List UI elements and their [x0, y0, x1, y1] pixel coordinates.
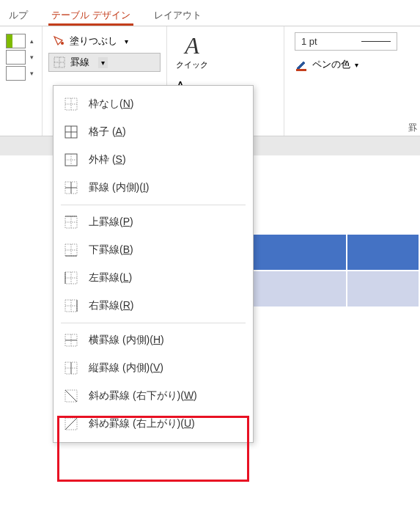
menu-item-label: 斜め罫線 (右上がり)(U) — [89, 417, 195, 430]
table-preview — [254, 235, 420, 306]
no-border-icon — [64, 97, 78, 111]
border-icon — [53, 56, 66, 69]
menu-item-label: 左罫線(L) — [89, 271, 132, 284]
pen-icon — [295, 58, 308, 71]
menu-item-no-border[interactable]: 枠なし(N) — [54, 90, 253, 118]
menu-item-inner-border[interactable]: 罫線 (内側)(I) — [54, 174, 253, 202]
ribbon-tabs: ルプ テーブル デザイン レイアウト — [0, 0, 420, 26]
styles-up-icon[interactable]: ▴ — [27, 36, 36, 46]
right-border-icon — [64, 298, 78, 313]
inner-border-icon — [64, 180, 78, 195]
menu-item-outer-border[interactable]: 外枠 (S) — [54, 146, 253, 174]
menu-item-top-border[interactable]: 上罫線(P) — [54, 208, 253, 236]
menu-separator — [61, 323, 246, 323]
top-border-icon — [64, 215, 78, 230]
border-label: 罫線 — [70, 56, 89, 69]
chevron-down-icon: ▾ — [355, 61, 358, 69]
fill-icon — [52, 34, 65, 48]
group-label-border: 罫 — [408, 122, 417, 134]
chevron-down-icon: ▾ — [125, 37, 128, 45]
svg-rect-5 — [65, 98, 77, 110]
svg-rect-25 — [65, 272, 77, 284]
menu-item-all-border[interactable]: 格子 (A) — [54, 118, 253, 146]
menu-separator — [61, 205, 246, 205]
menu-item-label: 下罫線(B) — [89, 243, 133, 257]
menu-item-label: 横罫線 (内側)(H) — [89, 334, 164, 347]
svg-rect-29 — [65, 300, 77, 312]
table-style-thumb[interactable] — [6, 50, 26, 65]
wordart-styles-icon[interactable]: A — [185, 32, 199, 59]
styles-down-icon[interactable]: ▾ — [27, 52, 36, 62]
menu-item-label: 縦罫線 (内側)(V) — [89, 361, 163, 375]
border-button[interactable]: 罫線 ▾ — [48, 53, 161, 72]
diag-down-icon — [64, 389, 78, 403]
svg-point-0 — [61, 42, 64, 45]
pen-color-button[interactable]: ペンの色 ▾ — [295, 58, 410, 71]
menu-item-label: 罫線 (内側)(I) — [89, 181, 149, 194]
table-styles-group: ▴ ▾ ▾ — [0, 26, 43, 136]
border-dropdown-menu: 枠なし(N)格子 (A)外枠 (S)罫線 (内側)(I)上罫線(P)下罫線(B)… — [53, 85, 254, 443]
tab-table-design[interactable]: テーブル デザイン — [48, 6, 133, 26]
pen-color-label: ペンの色 — [312, 58, 350, 71]
pen-weight-value: 1 pt — [301, 36, 317, 47]
svg-rect-17 — [65, 216, 77, 228]
inner-h-icon — [64, 333, 78, 348]
svg-line-42 — [65, 418, 77, 430]
tab-help[interactable]: ルプ — [6, 6, 31, 26]
menu-item-right-border[interactable]: 右罫線(R) — [54, 292, 253, 320]
draw-borders-group: 1 pt ペンの色 ▾ 罫 — [284, 26, 420, 136]
svg-rect-21 — [65, 244, 77, 256]
menu-item-label: 外枠 (S) — [89, 153, 126, 166]
menu-item-bottom-border[interactable]: 下罫線(B) — [54, 236, 253, 264]
menu-item-left-border[interactable]: 左罫線(L) — [54, 264, 253, 292]
chevron-down-icon[interactable]: ▾ — [98, 57, 108, 68]
svg-rect-11 — [65, 154, 77, 166]
styles-more-icon[interactable]: ▾ — [27, 68, 36, 78]
table-style-thumb[interactable] — [6, 66, 26, 81]
menu-item-diag-down[interactable]: 斜め罫線 (右下がり)(W) — [54, 382, 253, 410]
all-border-icon — [64, 125, 78, 139]
svg-rect-4 — [296, 69, 306, 71]
menu-item-label: 右罫線(R) — [89, 299, 133, 312]
menu-item-inner-h[interactable]: 横罫線 (内側)(H) — [54, 326, 253, 354]
tab-layout[interactable]: レイアウト — [151, 6, 205, 26]
inner-v-icon — [64, 361, 78, 375]
left-border-icon — [64, 271, 78, 285]
menu-item-diag-up[interactable]: 斜め罫線 (右上がり)(U) — [54, 410, 253, 438]
menu-item-label: 枠なし(N) — [89, 98, 133, 111]
diag-up-icon — [64, 416, 78, 431]
menu-item-inner-v[interactable]: 縦罫線 (内側)(V) — [54, 354, 253, 382]
menu-item-label: 斜め罫線 (右下がり)(W) — [89, 389, 197, 403]
outer-border-icon — [64, 153, 78, 167]
pen-weight-select[interactable]: 1 pt — [295, 32, 397, 51]
menu-item-label: 上罫線(P) — [89, 216, 133, 229]
fill-label: 塗りつぶし — [70, 34, 117, 48]
svg-line-40 — [65, 390, 77, 402]
table-style-thumb[interactable] — [6, 34, 26, 48]
quick-label: クイック — [176, 59, 208, 70]
fill-button[interactable]: 塗りつぶし ▾ — [48, 32, 161, 50]
menu-item-label: 格子 (A) — [89, 125, 126, 139]
bottom-border-icon — [64, 243, 78, 257]
